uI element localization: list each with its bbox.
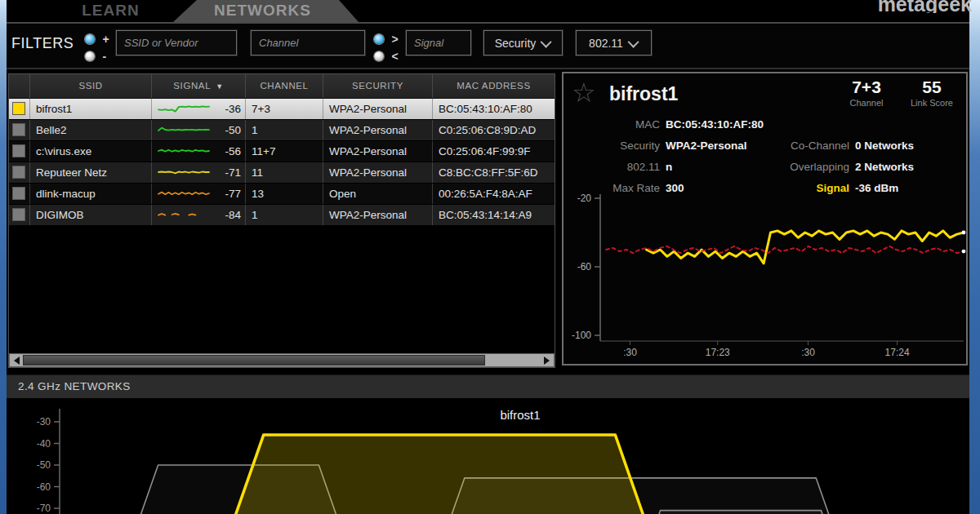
security-cell: WPA2-Personal [323, 162, 433, 183]
scroll-right-arrow-icon[interactable] [541, 354, 553, 366]
window-border-right[interactable] [969, 0, 980, 514]
inssider-window: LEARN NETWORKS metageek FILTERS + - > < [0, 0, 980, 514]
security-filter-dropdown[interactable]: Security [483, 30, 563, 55]
channel-cell: 13 [246, 184, 323, 204]
signal-cell: -71 [152, 162, 246, 183]
ssid-filter-input[interactable] [116, 30, 237, 55]
signal-greater-radio[interactable]: > [374, 31, 399, 44]
ssid-cell: c:\virus.exe [30, 141, 152, 162]
channel-cell: 11 [246, 162, 323, 183]
field-label: MAC [570, 114, 660, 135]
tab-learn[interactable]: LEARN [72, 0, 149, 22]
signal-value: -84 [225, 205, 241, 225]
signal-cell: -36 [152, 99, 246, 119]
mac-cell: C0:25:06:4F:99:9F [433, 141, 555, 162]
detail-link-score-stat: 55 Link Score [900, 78, 964, 108]
column-header-signal[interactable]: SIGNAL▼ [152, 74, 246, 98]
signal-cell: -56 [152, 141, 246, 162]
svg-text:-60: -60 [577, 261, 592, 273]
svg-text:17:23: 17:23 [706, 347, 730, 358]
detail-link-score-label: Link Score [900, 98, 964, 108]
signal-cell: -84 [152, 205, 246, 225]
svg-text:-100: -100 [572, 330, 591, 341]
swatch-cell [9, 141, 30, 162]
table-row-bifrost1[interactable]: bifrost1-367+3WPA2-PersonalBC:05:43:10:A… [9, 99, 555, 119]
column-header-channel[interactable]: CHANNEL [246, 74, 323, 98]
security-dropdown-label: Security [495, 37, 537, 50]
radio-unselected-icon[interactable] [85, 51, 95, 61]
radio-selected-icon[interactable] [374, 34, 384, 44]
network-detail-panel: ☆ bifrost1 7+3 Channel 55 Link Score MAC… [562, 72, 968, 366]
band-section-title: 2.4 GHz NETWORKS [18, 380, 131, 392]
table-row-dlink-macup[interactable]: dlink-macup-7713Open00:26:5A:F4:8A:AF [9, 184, 555, 204]
mac-cell: 00:26:5A:F4:8A:AF [433, 184, 555, 204]
column-header-mac[interactable]: MAC ADDRESS [433, 74, 555, 98]
ssid-cell: bifrost1 [30, 99, 152, 119]
signal-value: -71 [225, 162, 241, 183]
signal-value: -77 [225, 184, 241, 204]
channel-cell: 11+7 [246, 141, 323, 162]
signal-value: -56 [225, 141, 241, 162]
network-color-swatch [12, 166, 25, 179]
band-filter-dropdown[interactable]: 802.11 [576, 30, 652, 55]
swatch-cell [9, 205, 30, 225]
swatch-cell [9, 120, 30, 140]
top-tab-bar: LEARN NETWORKS metageek [7, 0, 969, 24]
svg-text:-70: -70 [37, 503, 51, 514]
signal-sparkline [157, 144, 211, 158]
signal-value: -36 [225, 99, 241, 119]
network-color-swatch [12, 123, 25, 136]
column-header-swatch [9, 74, 30, 98]
chevron-down-icon [541, 36, 552, 47]
channel-cell: 7+3 [246, 99, 323, 119]
detail-channel-stat: 7+3 Channel [833, 78, 900, 108]
sort-descending-icon: ▼ [216, 82, 224, 91]
tabstrip-divider [7, 22, 969, 24]
signal-cell: -77 [152, 184, 246, 204]
security-cell: WPA2-Personal [323, 99, 433, 119]
swatch-cell [9, 99, 30, 119]
signal-value: -50 [225, 120, 241, 140]
table-row-belle2[interactable]: Belle2-501WPA2-PersonalC0:25:06:C8:9D:AD [9, 120, 555, 140]
network-color-swatch [12, 102, 25, 115]
radio-selected-icon[interactable] [85, 34, 95, 44]
networks-table: SSID SIGNAL▼ CHANNEL SECURITY MAC ADDRES… [8, 73, 555, 368]
channel-filter-input[interactable] [251, 30, 365, 55]
field-label: 802.11 [570, 157, 660, 178]
table-row-digimob[interactable]: DIGIMOB-841WPA2-PersonalBC:05:43:14:14:A… [9, 205, 555, 225]
svg-text::30: :30 [623, 347, 637, 358]
table-body: bifrost1-367+3WPA2-PersonalBC:05:43:10:A… [9, 99, 555, 343]
detail-field-row: Overlapping2 Networks [739, 157, 966, 178]
radio-unselected-icon[interactable] [374, 51, 384, 61]
horizontal-scrollbar[interactable] [9, 353, 555, 367]
ssid-cell: DIGIMOB [30, 205, 152, 225]
ssid-cell: dlink-macup [30, 184, 152, 204]
detail-channel-value: 7+3 [833, 78, 900, 96]
band-dropdown-label: 802.11 [589, 37, 623, 50]
window-border-left [0, 0, 7, 514]
signal-cell: -50 [152, 120, 246, 140]
column-header-ssid[interactable]: SSID [30, 74, 152, 98]
swatch-cell [9, 162, 30, 183]
signal-filter-input[interactable] [406, 30, 471, 55]
field-value: WPA2-Personal [666, 140, 747, 152]
ssid-cell: Reputeer Netz [30, 162, 152, 183]
table-row-c--virus-exe[interactable]: c:\virus.exe-5611+7WPA2-PersonalC0:25:06… [9, 141, 555, 162]
svg-text:-50: -50 [37, 459, 51, 471]
scroll-left-arrow-icon[interactable] [11, 354, 23, 366]
tab-networks[interactable]: NETWORKS [167, 0, 359, 22]
channel-usage-graph: -30-40-50-60-70bifrost1 [7, 397, 969, 514]
signal-sparkline [157, 187, 211, 201]
favorite-star-icon[interactable]: ☆ [572, 79, 596, 106]
table-row-reputeer-netz[interactable]: Reputeer Netz-7111WPA2-PersonalC8:BC:C8:… [9, 162, 555, 183]
svg-text:17:24: 17:24 [885, 347, 910, 358]
column-header-security[interactable]: SECURITY [323, 74, 433, 98]
band-section-header: 2.4 GHz NETWORKS [7, 374, 969, 398]
security-cell: WPA2-Personal [323, 120, 433, 140]
signal-less-radio[interactable]: < [374, 48, 399, 61]
filter-exclude-radio[interactable]: - [85, 48, 106, 61]
mac-cell: BC:05:43:10:AF:80 [433, 99, 555, 119]
filter-include-radio[interactable]: + [85, 31, 109, 44]
swatch-cell [9, 184, 30, 204]
scrollbar-thumb[interactable] [23, 355, 485, 366]
